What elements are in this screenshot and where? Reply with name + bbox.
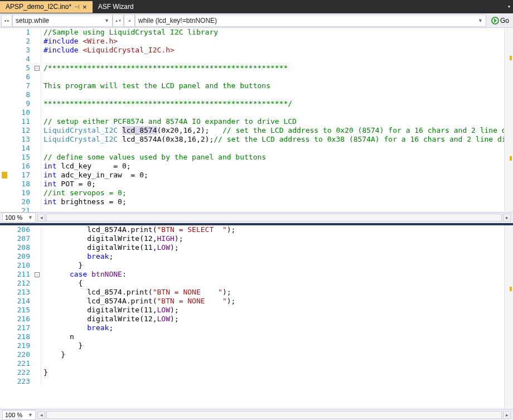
code-line[interactable]: 208 digitalWrite(11,LOW); bbox=[0, 243, 235, 252]
code-line[interactable]: 217 break; bbox=[0, 324, 235, 332]
code-text[interactable]: /***************************************… bbox=[41, 64, 288, 73]
fold-gutter[interactable] bbox=[33, 243, 41, 252]
code-text[interactable] bbox=[41, 73, 43, 81]
fold-gutter[interactable] bbox=[33, 73, 41, 81]
fold-gutter[interactable] bbox=[33, 252, 41, 261]
code-line[interactable]: 18int POT = 0; bbox=[0, 180, 513, 189]
code-line[interactable]: 210 } bbox=[0, 261, 235, 270]
code-line[interactable]: 19//int servopos = 0; bbox=[0, 189, 513, 197]
code-text[interactable]: This program will test the LCD panel and… bbox=[41, 81, 270, 90]
fold-gutter[interactable] bbox=[33, 225, 41, 234]
fold-gutter[interactable] bbox=[33, 234, 41, 243]
code-line[interactable]: 2#include <Wire.h> bbox=[0, 37, 513, 46]
code-text[interactable]: int brightness = 0; bbox=[41, 197, 127, 206]
code-text[interactable]: digitalWrite(11,LOW); bbox=[41, 243, 179, 252]
code-text[interactable]: int POT = 0; bbox=[41, 180, 96, 189]
code-line[interactable]: 207 digitalWrite(12,HIGH); bbox=[0, 234, 235, 243]
fold-gutter[interactable] bbox=[33, 324, 41, 332]
fold-gutter[interactable] bbox=[33, 332, 41, 341]
code-line[interactable]: 14 bbox=[0, 144, 513, 153]
fold-gutter[interactable] bbox=[33, 180, 41, 189]
fold-gutter[interactable] bbox=[33, 108, 41, 117]
fold-gutter[interactable] bbox=[33, 55, 41, 64]
fold-gutter[interactable] bbox=[33, 341, 41, 350]
code-line[interactable]: 212 { bbox=[0, 279, 235, 288]
code-line[interactable]: 21 bbox=[0, 206, 513, 212]
code-text[interactable]: //Sample using LiquidCrystal I2C library bbox=[41, 28, 218, 37]
code-text[interactable] bbox=[41, 206, 43, 212]
code-text[interactable] bbox=[41, 90, 43, 99]
fold-gutter[interactable] bbox=[33, 37, 41, 46]
code-line[interactable]: 220 } bbox=[0, 350, 235, 359]
code-text[interactable]: //int servopos = 0; bbox=[41, 189, 127, 197]
code-text[interactable]: } bbox=[41, 341, 83, 350]
code-line[interactable]: 214 lcd_8574A.print("BTN = NONE "); bbox=[0, 297, 235, 306]
overview-ruler[interactable] bbox=[504, 225, 513, 409]
fold-gutter[interactable] bbox=[33, 126, 41, 135]
code-line[interactable]: 9***************************************… bbox=[0, 99, 513, 108]
fold-gutter[interactable] bbox=[33, 288, 41, 297]
code-line[interactable]: 5-/*************************************… bbox=[0, 64, 513, 73]
code-text[interactable]: } bbox=[41, 350, 65, 359]
fold-gutter[interactable] bbox=[33, 206, 41, 212]
fold-gutter[interactable] bbox=[33, 90, 41, 99]
code-line[interactable]: 8 bbox=[0, 90, 513, 99]
code-line[interactable]: 1//Sample using LiquidCrystal I2C librar… bbox=[0, 28, 513, 37]
close-icon[interactable]: × bbox=[83, 3, 87, 11]
scroll-left-icon[interactable]: ◂ bbox=[37, 411, 45, 419]
scroll-right-icon[interactable]: ▸ bbox=[503, 411, 511, 419]
code-text[interactable]: LiquidCrystal_I2C lcd_8574(0x20,16,2); /… bbox=[41, 126, 513, 135]
code-text[interactable]: // define some values used by the panel … bbox=[41, 153, 266, 162]
fold-toggle-icon[interactable]: - bbox=[35, 66, 40, 71]
code-text[interactable]: #include <LiquidCrystal_I2C.h> bbox=[41, 46, 175, 55]
fold-gutter[interactable] bbox=[33, 162, 41, 171]
code-text[interactable]: } bbox=[41, 261, 83, 270]
fold-gutter[interactable] bbox=[33, 189, 41, 197]
go-button[interactable]: Go bbox=[488, 15, 512, 27]
fold-gutter[interactable] bbox=[33, 153, 41, 162]
code-text[interactable]: break; bbox=[41, 252, 113, 261]
fold-gutter[interactable] bbox=[33, 28, 41, 37]
code-text[interactable]: digitalWrite(12,HIGH); bbox=[41, 234, 183, 243]
code-line[interactable]: 206 lcd_8574A.print("BTN = SELECT "); bbox=[0, 225, 235, 234]
zoom-dropdown[interactable]: 100 % ▼ bbox=[2, 410, 36, 420]
nav-mark-icon[interactable]: ◂ bbox=[124, 15, 135, 27]
code-lines-top[interactable]: 1//Sample using LiquidCrystal I2C librar… bbox=[0, 28, 513, 212]
code-text[interactable]: digitalWrite(12,LOW); bbox=[41, 315, 179, 324]
tab-file-active[interactable]: APSP_demo_I2C.ino* ⊣ × bbox=[0, 1, 93, 13]
code-line[interactable]: 7This program will test the LCD panel an… bbox=[0, 81, 513, 90]
fold-gutter[interactable] bbox=[33, 99, 41, 108]
code-line[interactable]: 17int adc_key_in_raw = 0; bbox=[0, 171, 513, 180]
fold-gutter[interactable] bbox=[33, 359, 41, 368]
code-text[interactable]: break; bbox=[41, 324, 113, 332]
nav-back-icon[interactable]: ◂▸ bbox=[1, 15, 12, 27]
code-line[interactable]: 211- case btnNONE: bbox=[0, 270, 235, 279]
code-line[interactable]: 222} bbox=[0, 368, 235, 377]
horizontal-scrollbar[interactable] bbox=[46, 214, 502, 221]
code-text[interactable]: { bbox=[41, 279, 83, 288]
code-line[interactable]: 218 n bbox=[0, 332, 235, 341]
code-area-top[interactable]: 1//Sample using LiquidCrystal I2C librar… bbox=[0, 28, 513, 212]
fold-gutter[interactable] bbox=[33, 197, 41, 206]
code-text[interactable] bbox=[41, 108, 43, 117]
overview-ruler[interactable] bbox=[504, 28, 513, 212]
ruler-mark[interactable] bbox=[510, 287, 512, 291]
fold-gutter[interactable] bbox=[33, 46, 41, 55]
code-text[interactable]: int lcd_key = 0; bbox=[41, 162, 131, 171]
code-line[interactable]: 11// setup either PCF8574 and 8574A IO e… bbox=[0, 117, 513, 126]
code-text[interactable]: lcd_8574A.print("BTN = SELECT "); bbox=[41, 225, 235, 234]
nav-up-icon[interactable]: ▴▾ bbox=[113, 15, 124, 27]
code-text[interactable]: LiquidCrystal_I2C lcd_8574A(0x38,16,2);/… bbox=[41, 135, 513, 144]
pin-icon[interactable]: ⊣ bbox=[74, 3, 80, 11]
code-line[interactable]: 6 bbox=[0, 73, 513, 81]
code-text[interactable]: lcd_8574.print("BTN = NONE "); bbox=[41, 288, 231, 297]
scroll-left-icon[interactable]: ◂ bbox=[37, 214, 45, 221]
fold-gutter[interactable] bbox=[33, 117, 41, 126]
code-line[interactable]: 13LiquidCrystal_I2C lcd_8574A(0x38,16,2)… bbox=[0, 135, 513, 144]
fold-gutter[interactable] bbox=[33, 171, 41, 180]
fold-gutter[interactable] bbox=[33, 315, 41, 324]
fold-gutter[interactable]: - bbox=[33, 270, 41, 279]
code-line[interactable]: 4 bbox=[0, 55, 513, 64]
fold-gutter[interactable] bbox=[33, 368, 41, 377]
fold-gutter[interactable] bbox=[33, 261, 41, 270]
